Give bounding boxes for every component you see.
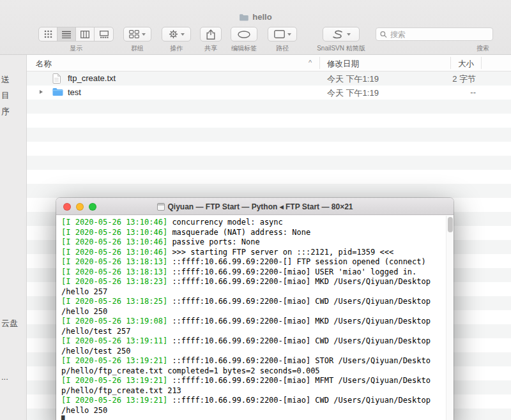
terminal-log-line: [I 2020-05-26 13:18:13] ::ffff:10.66.99.… [61, 257, 443, 267]
tag-icon [238, 31, 250, 38]
terminal-log-line: [I 2020-05-26 13:18:13] ::ffff:10.66.99.… [61, 267, 443, 278]
snailsvn-button[interactable] [323, 27, 360, 41]
terminal-log-line: /hello 257 [61, 287, 443, 297]
terminal-log-line: /hello/test 257 [61, 327, 443, 337]
edit-tags-label: 编辑标签 [224, 44, 264, 53]
terminal-log-line: [I 2020-05-26 13:19:08] ::ffff:10.66.99.… [61, 317, 443, 327]
screen: hello 显示 [0, 0, 511, 420]
sidebar-item-fragment[interactable]: 云盘 [1, 318, 18, 329]
terminal-log-line: /hello 250 [61, 307, 443, 317]
terminal-log-line: [I 2020-05-26 13:10:46] concurrency mode… [61, 218, 443, 228]
file-size: 2 字节 [452, 73, 476, 85]
terminal-log-line: p/hello/ftp_create.txt completed=1 bytes… [61, 366, 443, 377]
terminal-cursor: ▊ [61, 416, 66, 420]
finder-titlebar-toolbar: hello 显示 [0, 0, 511, 55]
document-icon [52, 73, 63, 84]
action-label: 操作 [162, 44, 191, 53]
sidebar-item-fragment[interactable]: 目 [1, 90, 10, 101]
terminal-log-line: [I 2020-05-26 13:10:46] passive ports: N… [61, 237, 443, 248]
terminal-log-line: p/hello/ftp_create.txt 213 [61, 386, 443, 396]
path-button[interactable] [268, 27, 297, 41]
terminal-log-line: [I 2020-05-26 13:18:25] ::ffff:10.66.99.… [61, 297, 443, 307]
terminal-log-line: [I 2020-05-26 13:10:46] >>> starting FTP… [61, 248, 443, 258]
sort-ascending-icon: ^ [309, 59, 312, 66]
file-modified-date: 今天 下午1:19 [327, 73, 379, 85]
zoom-button[interactable] [89, 203, 96, 211]
column-view-button[interactable] [76, 27, 95, 41]
column-header-size[interactable]: 大小 [458, 59, 474, 70]
path-label: 路径 [268, 44, 297, 53]
file-row-test[interactable]: test 今天 下午1:19 -- [27, 86, 511, 100]
terminal-log-line: /hello 250 [61, 406, 443, 416]
folder-proxy-icon [239, 13, 248, 21]
terminal-scrollbar-thumb[interactable] [448, 217, 453, 232]
search-label: 搜索 [464, 44, 502, 53]
column-divider[interactable] [319, 57, 320, 69]
column-divider[interactable] [481, 57, 482, 69]
chevron-down-icon [287, 33, 291, 36]
terminal-title: Qiyuan — FTP Start — Python ◂ FTP Start … [56, 198, 454, 215]
group-button[interactable] [123, 27, 151, 41]
folder-icon [52, 87, 63, 98]
group-icon [129, 30, 139, 38]
window-title: hello [0, 12, 511, 22]
path-icon [274, 30, 285, 38]
window-title-text: hello [252, 12, 271, 22]
list-header: 名称 ^ 修改日期 大小 [27, 55, 511, 71]
file-name[interactable]: ftp_create.txt [68, 73, 116, 83]
terminal-proxy-icon [157, 203, 165, 211]
list-view-button[interactable] [57, 27, 76, 41]
chevron-down-icon [181, 33, 185, 36]
file-row-ftp-create[interactable]: ftp_create.txt 今天 下午1:19 2 字节 [27, 71, 511, 86]
traffic-lights [63, 203, 96, 211]
close-button[interactable] [63, 203, 71, 211]
icon-view-button[interactable] [39, 27, 57, 41]
view-label: 显示 [38, 44, 114, 53]
snailsvn-icon [332, 30, 344, 39]
snailsvn-label: SnailSVN 精简版 [306, 44, 376, 53]
gallery-view-button[interactable] [95, 27, 113, 41]
search-icon [380, 31, 387, 38]
share-button[interactable] [200, 27, 222, 41]
terminal-log-line: [I 2020-05-26 13:19:21] ::ffff:10.66.99.… [61, 356, 443, 366]
column-header-name[interactable]: 名称 [36, 59, 52, 70]
list-view-icon [62, 31, 71, 38]
share-icon [206, 29, 215, 40]
terminal-output[interactable]: [I 2020-05-26 13:10:46] concurrency mode… [56, 215, 454, 420]
sidebar-item-fragment[interactable]: ... [1, 372, 8, 382]
disclosure-triangle-icon[interactable] [40, 90, 43, 94]
finder-sidebar: 送目序云盘... [0, 55, 27, 420]
chevron-down-icon [347, 33, 351, 36]
terminal-log-line: [I 2020-05-26 13:10:46] masquerade (NAT)… [61, 228, 443, 238]
file-size: -- [470, 87, 476, 97]
terminal-log-line: /hello/test 250 [61, 347, 443, 357]
share-label: 共享 [200, 44, 222, 53]
column-divider[interactable] [450, 57, 451, 69]
file-modified-date: 今天 下午1:19 [327, 87, 379, 99]
terminal-window: Qiyuan — FTP Start — Python ◂ FTP Start … [56, 198, 454, 420]
sidebar-item-fragment[interactable]: 送 [1, 74, 10, 86]
terminal-log-line: [I 2020-05-26 13:19:21] ::ffff:10.66.99.… [61, 396, 443, 406]
column-header-modified[interactable]: 修改日期 [327, 59, 359, 70]
terminal-titlebar[interactable]: Qiyuan — FTP Start — Python ◂ FTP Start … [56, 198, 454, 215]
minimize-button[interactable] [76, 203, 84, 211]
column-view-icon [80, 31, 89, 38]
view-mode-segmented-control [38, 27, 114, 41]
grid-view-icon [44, 30, 52, 38]
terminal-log-line: [I 2020-05-26 13:19:11] ::ffff:10.66.99.… [61, 336, 443, 347]
terminal-scrollbar[interactable] [446, 216, 454, 420]
gear-icon [169, 29, 178, 39]
edit-tags-button[interactable] [231, 27, 257, 41]
terminal-log-line: [I 2020-05-26 13:19:21] ::ffff:10.66.99.… [61, 376, 443, 386]
file-name[interactable]: test [68, 87, 81, 97]
terminal-log-line: [I 2020-05-26 13:18:23] ::ffff:10.66.99.… [61, 277, 443, 287]
search-field[interactable] [376, 27, 493, 41]
sidebar-item-fragment[interactable]: 序 [1, 106, 10, 117]
chevron-down-icon [142, 33, 146, 36]
group-label: 群组 [123, 44, 151, 53]
gallery-view-icon [100, 31, 109, 38]
action-button[interactable] [162, 27, 191, 41]
terminal-title-text: Qiyuan — FTP Start — Python ◂ FTP Start … [168, 202, 353, 211]
search-input[interactable] [390, 30, 489, 39]
